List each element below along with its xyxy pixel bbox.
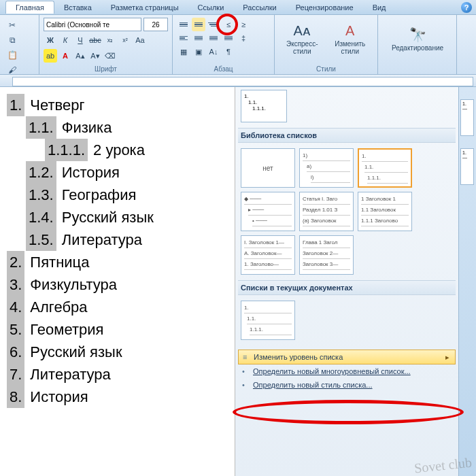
- list-tile-6[interactable]: 1 Заголовок 1 1.1 Заголовок 1.1.1 Заголо…: [358, 192, 412, 231]
- list-item[interactable]: 1.2.История: [26, 161, 228, 184]
- list-tile-7[interactable]: I. Заголовок 1— A. Заголовок— 1. Заголов…: [241, 235, 295, 275]
- increase-indent-button[interactable]: ≥: [237, 18, 250, 31]
- list-item[interactable]: 1.1.1.2 урока: [45, 139, 228, 161]
- tab-layout[interactable]: Разметка страницы: [101, 1, 188, 14]
- list-text: История: [62, 161, 120, 184]
- list-text: Физика: [62, 116, 112, 139]
- tab-home[interactable]: Главная: [5, 1, 54, 14]
- shading-button[interactable]: ▦: [177, 45, 190, 58]
- cut-icon[interactable]: ✂: [5, 18, 20, 32]
- list-tile-4[interactable]: ◆ ───▸ ───• ───: [241, 192, 295, 231]
- list-number: 1.1.1.: [45, 139, 88, 161]
- list-tile-8[interactable]: Глава 1 Загол Заголовок 2— Заголовок 3—: [299, 235, 354, 275]
- borders-button[interactable]: ▣: [192, 45, 205, 58]
- list-item[interactable]: 2.Пятница: [7, 251, 228, 273]
- list-text: География: [62, 184, 137, 206]
- list-number: 5.: [7, 318, 24, 341]
- quick-styles-icon: Aᴀ: [294, 21, 311, 40]
- workarea: 1.Четверг1.1.Физика1.1.1.2 урока1.2.Исто…: [0, 87, 476, 476]
- menu-change-list-level[interactable]: Изменить уровень списка: [238, 350, 456, 364]
- list-item[interactable]: 1.Четверг: [7, 94, 228, 116]
- list-number: 1.5.: [26, 228, 56, 251]
- list-item[interactable]: 8.История: [7, 386, 228, 408]
- clear-format-button[interactable]: ⌫: [103, 49, 117, 63]
- list-tile-2[interactable]: 1) a) i): [299, 148, 354, 188]
- list-number: 1.3.: [26, 184, 56, 206]
- editing-group-label: [382, 64, 452, 73]
- change-styles-icon: A: [345, 21, 354, 40]
- tab-refs[interactable]: Ссылки: [188, 1, 234, 14]
- paste-icon[interactable]: 📋: [5, 48, 20, 62]
- menu-define-new-style[interactable]: Определить новый стиль списка...: [238, 378, 456, 392]
- shrink-font-button[interactable]: A▾: [88, 49, 102, 63]
- decrease-indent-button[interactable]: ≤: [222, 18, 235, 31]
- list-number: 1.1.: [26, 116, 56, 139]
- bullets-button[interactable]: [177, 18, 190, 31]
- font-size-select[interactable]: 26: [143, 18, 168, 31]
- show-marks-button[interactable]: ¶: [222, 45, 235, 58]
- list-text: 2 урока: [93, 139, 145, 161]
- list-number: 8.: [7, 386, 24, 408]
- line-spacing-button[interactable]: ‡: [237, 31, 250, 45]
- list-tile-current[interactable]: 1. 1.1. 1.1.1.: [241, 301, 295, 340]
- list-text: Литература: [62, 228, 142, 251]
- list-item[interactable]: 1.5.Литература: [26, 228, 228, 251]
- list-number: 1.4.: [26, 206, 56, 228]
- change-styles-button[interactable]: A Изменить стили: [327, 18, 374, 58]
- list-item[interactable]: 1.4.Русский язык: [26, 206, 228, 228]
- change-case-button[interactable]: Aa: [133, 33, 147, 47]
- justify-button[interactable]: [222, 31, 235, 45]
- copy-icon[interactable]: ⧉: [5, 33, 20, 47]
- editing-group: 🔭 Редактирование: [378, 15, 457, 74]
- paragraph-group-label: Абзац: [177, 64, 270, 73]
- styles-group: Aᴀ Экспресс-стили A Изменить стили Стили: [275, 15, 378, 74]
- list-tile-3[interactable]: 1. 1.1. 1.1.1.: [358, 148, 412, 188]
- list-item[interactable]: 4.Алгебра: [7, 296, 228, 318]
- document-pane[interactable]: 1.Четверг1.1.Физика1.1.1.2 урока1.2.Исто…: [0, 87, 235, 476]
- tab-view[interactable]: Вид: [363, 1, 396, 14]
- list-tile-5[interactable]: Статья I. Заго Раздел 1.01 З (a) Заголов…: [299, 192, 354, 231]
- align-left-button[interactable]: [177, 31, 190, 45]
- ribbon-tabs: Главная Вставка Разметка страницы Ссылки…: [0, 0, 476, 15]
- ruler[interactable]: 1234567891011: [0, 75, 476, 87]
- font-color-button[interactable]: A: [58, 49, 72, 63]
- list-text: Физкультура: [30, 273, 117, 296]
- list-item[interactable]: 6.Русский язык: [7, 341, 228, 363]
- grow-font-button[interactable]: A▴: [73, 49, 87, 63]
- right-scroll-strip[interactable]: 1.— 1.—: [458, 87, 476, 476]
- multilevel-list-button[interactable]: [207, 18, 220, 31]
- list-item[interactable]: 1.3.География: [26, 184, 228, 206]
- current-list-preview[interactable]: 1. 1.1. 1.1.1.: [241, 90, 287, 122]
- tab-review[interactable]: Рецензирование: [286, 1, 363, 14]
- font-group: Calibri (Основной те 26 Ж К Ч abc x₂ x² …: [39, 15, 173, 74]
- list-item[interactable]: 1.1.Физика: [26, 116, 228, 139]
- superscript-button[interactable]: x²: [118, 33, 132, 47]
- font-name-select[interactable]: Calibri (Основной те: [44, 18, 141, 31]
- tab-insert[interactable]: Вставка: [54, 1, 101, 14]
- numbering-button[interactable]: [192, 18, 205, 31]
- strike-button[interactable]: abc: [88, 33, 102, 47]
- subscript-button[interactable]: x₂: [103, 33, 117, 47]
- underline-button[interactable]: Ч: [73, 33, 87, 47]
- list-library-title: Библиотека списков: [238, 128, 456, 143]
- sort-button[interactable]: A↓: [207, 45, 220, 58]
- current-docs-title: Списки в текущих документах: [238, 280, 456, 295]
- italic-button[interactable]: К: [58, 33, 72, 47]
- list-tile-none[interactable]: нет: [241, 148, 295, 188]
- find-icon: 🔭: [409, 25, 426, 44]
- list-item[interactable]: 5.Геометрия: [7, 318, 228, 341]
- quick-styles-button[interactable]: Aᴀ Экспресс-стили: [279, 18, 326, 58]
- highlight-button[interactable]: ab: [44, 49, 57, 63]
- align-center-button[interactable]: [192, 31, 205, 45]
- list-number: 1.: [7, 94, 24, 116]
- menu-define-new-list[interactable]: Определить новый многоуровневый список..…: [238, 364, 456, 378]
- list-item[interactable]: 3.Физкультура: [7, 273, 228, 296]
- list-text: Пятница: [30, 251, 89, 273]
- editing-button[interactable]: 🔭 Редактирование: [382, 18, 453, 58]
- list-item[interactable]: 7.Литература: [7, 363, 228, 386]
- bold-button[interactable]: Ж: [44, 33, 57, 47]
- tab-mail[interactable]: Рассылки: [233, 1, 286, 14]
- help-icon[interactable]: ?: [461, 2, 472, 13]
- list-number: 6.: [7, 341, 24, 363]
- align-right-button[interactable]: [207, 31, 220, 45]
